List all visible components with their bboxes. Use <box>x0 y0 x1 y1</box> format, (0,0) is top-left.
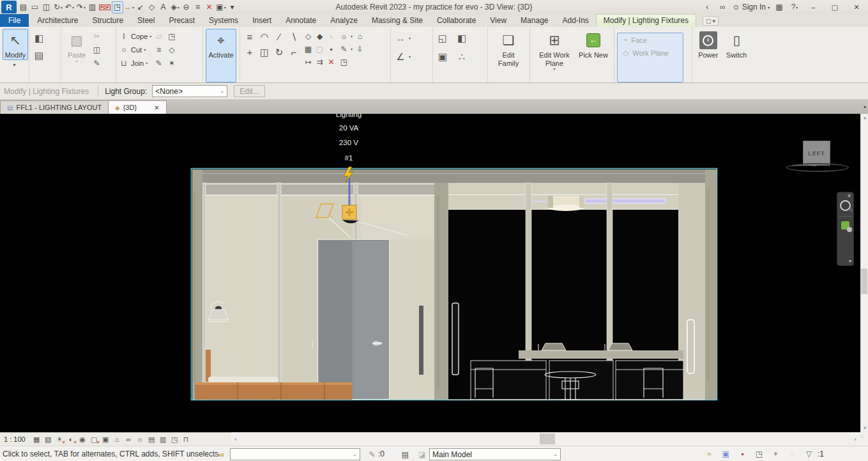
help-icon[interactable]: ?▾ <box>789 1 800 13</box>
paste-button[interactable]: ▧ Paste ▾ <box>64 29 89 82</box>
activate-dimensions-button[interactable]: ⌖ Activate <box>206 29 236 82</box>
temporary-hide-isolate-icon[interactable]: ∞ <box>123 434 134 445</box>
view-tab-3d[interactable]: ◈ {3D} ✕ <box>108 100 167 114</box>
type-properties-icon[interactable]: ◧ <box>32 31 46 45</box>
offset-icon[interactable]: ◠ <box>257 30 271 43</box>
properties-palette-icon[interactable]: ▤ <box>32 49 46 62</box>
thin-lines-icon[interactable]: ≡ <box>192 1 204 13</box>
scale-icon[interactable]: ▢ <box>314 43 325 54</box>
wall-opening-icon[interactable]: ▱ <box>153 31 164 42</box>
save-icon[interactable]: ◫ <box>41 1 52 13</box>
tab-steel[interactable]: Steel <box>130 15 162 27</box>
unpin-icon[interactable]: ▫ <box>326 31 337 42</box>
scroll-right-icon[interactable]: › <box>851 432 860 446</box>
tab-file[interactable]: File <box>0 14 29 27</box>
worksets-icon[interactable]: ∞ <box>216 449 227 460</box>
viewcube-compass[interactable] <box>786 163 849 172</box>
select-underlay-icon[interactable]: ▣ <box>720 448 731 459</box>
print-icon[interactable]: ▥ <box>87 1 98 13</box>
tab-collaborate[interactable]: Collaborate <box>430 15 483 27</box>
linework-icon[interactable]: ✎ <box>153 58 164 68</box>
trim-extend-multiple-icon[interactable]: ⇉ <box>314 56 325 67</box>
pin-icon[interactable]: ▪ <box>326 43 337 54</box>
navbar-close-icon[interactable]: ✕ <box>847 192 853 199</box>
tab-systems[interactable]: Systems <box>202 15 245 27</box>
select-by-face-icon[interactable]: ◳ <box>754 448 765 459</box>
tab-addins[interactable]: Add-Ins <box>555 15 595 27</box>
power-button[interactable]: ‖ Power <box>695 29 722 82</box>
navbar-more-icon[interactable]: ▾ <box>849 258 853 265</box>
match-type-icon[interactable]: ✎ <box>91 58 102 68</box>
edit-work-plane-button[interactable]: ⊞ Edit Work Plane ▾ <box>533 29 576 82</box>
show-crop-region-icon[interactable]: ▣ <box>100 434 111 445</box>
tab-annotate[interactable]: Annotate <box>278 15 323 27</box>
redo-icon[interactable]: ↷▾ <box>75 1 87 13</box>
underlay-icon[interactable]: ⇩ <box>354 43 365 54</box>
scroll-down-icon[interactable]: ∨ <box>861 423 868 432</box>
move-icon[interactable]: + <box>243 45 257 59</box>
mirror-draw-axis-icon[interactable]: ◆ <box>314 31 325 42</box>
tab-analyze[interactable]: Analyze <box>323 15 365 27</box>
sync-with-central-icon[interactable]: ↻▾ <box>52 1 64 13</box>
active-option-only-icon[interactable]: ◪ <box>416 449 427 460</box>
view-tab-list-icon[interactable]: ▾ <box>864 104 866 110</box>
join-geometry-button[interactable]: ⊔Join▾ <box>119 57 151 69</box>
tab-insert[interactable]: Insert <box>245 15 278 27</box>
new-project-icon[interactable]: ▤ <box>18 1 29 13</box>
switch-button[interactable]: ▯ Switch <box>724 29 750 82</box>
tab-precast[interactable]: Precast <box>162 15 202 27</box>
restore-button[interactable]: ▢ <box>826 1 844 13</box>
pick-new-work-plane-button[interactable]: ← Pick New <box>578 29 609 82</box>
drawing-area[interactable]: Lighting 20 VA 230 V #1 LEFT ✕ ▾ <box>0 114 860 432</box>
editing-requests-icon[interactable]: ✎ <box>367 449 377 460</box>
select-links-icon[interactable]: ≈ <box>704 448 715 459</box>
tab-modify-lighting-fixtures[interactable]: Modify | Lighting Fixtures <box>596 14 696 27</box>
close-button[interactable]: ✕ <box>848 1 865 13</box>
displaced-elements-icon[interactable]: ◳ <box>169 434 180 445</box>
close-hidden-windows-icon[interactable]: ✕ <box>204 1 215 13</box>
create-assembly-icon[interactable]: ◧ <box>455 31 469 45</box>
steering-wheel-icon[interactable] <box>840 200 851 211</box>
mirror-pick-axis-icon[interactable]: ◇ <box>303 31 314 42</box>
switch-windows-icon[interactable]: ▣▾ <box>215 1 227 13</box>
default-3d-view-icon[interactable]: ◳ <box>112 1 123 13</box>
tag-by-category-icon[interactable]: ◇ <box>146 1 158 13</box>
tab-architecture[interactable]: Architecture <box>30 15 85 27</box>
tab-massing-site[interactable]: Massing & Site <box>365 15 430 27</box>
rotate-icon[interactable]: ↻ <box>272 45 286 59</box>
demolish-house-icon[interactable]: ⌂ <box>354 31 365 42</box>
delete-icon[interactable]: ✕ <box>326 56 337 67</box>
cope-button[interactable]: ICope▾ <box>119 30 151 42</box>
text-icon[interactable]: A <box>158 1 169 13</box>
placement-work-plane-option[interactable]: ◇ Work Plane <box>623 49 678 58</box>
measure-angle-icon[interactable]: ∠ <box>393 50 407 63</box>
edit-family-button[interactable]: ❏ Edit Family <box>491 29 526 82</box>
light-toggle-icon[interactable]: ☼ <box>339 31 349 42</box>
cut-geometry-button[interactable]: ○Cut▾ <box>119 43 151 56</box>
modify-button[interactable]: ↖ Modify <box>3 29 28 60</box>
minimize-button[interactable]: – <box>804 1 822 13</box>
view-3d-icon[interactable]: ◈▾ <box>169 1 181 13</box>
zoom-icon[interactable] <box>841 221 849 230</box>
create-parts-icon[interactable]: ◱ <box>436 31 450 45</box>
create-similar-icon[interactable]: ∴ <box>455 50 469 63</box>
split-with-gap-icon[interactable]: ∖ <box>287 30 301 43</box>
app-store-icon[interactable]: ▦ <box>773 1 785 13</box>
tab-view[interactable]: View <box>483 15 514 27</box>
temporary-view-properties-icon[interactable]: ▤ <box>146 434 157 445</box>
design-options-select[interactable]: Main Model ⌄ <box>429 448 561 460</box>
copy-to-clipboard-icon[interactable]: ◫ <box>91 44 102 55</box>
light-group-select[interactable]: <None> ⌄ <box>152 85 227 97</box>
demolish-icon[interactable]: ✶ <box>166 58 177 68</box>
placement-face-option[interactable]: ◔ Face <box>623 36 678 45</box>
aligned-dimension-icon[interactable]: ↙ <box>135 1 146 13</box>
drag-on-selection-icon[interactable]: + <box>770 448 781 459</box>
scale-button[interactable]: 1 : 100 <box>4 435 26 443</box>
open-icon[interactable]: ▭ <box>29 1 41 13</box>
infocenter-collapse-icon[interactable]: ‹ <box>701 1 713 13</box>
sun-path-icon[interactable]: ☀✕ <box>54 434 65 445</box>
vertical-scroll-thumb[interactable] <box>861 269 867 294</box>
design-options-icon[interactable]: ▤ <box>400 449 411 460</box>
cut-profile-icon[interactable]: ◳ <box>339 56 349 67</box>
align-icon[interactable]: ≡ <box>243 30 257 43</box>
